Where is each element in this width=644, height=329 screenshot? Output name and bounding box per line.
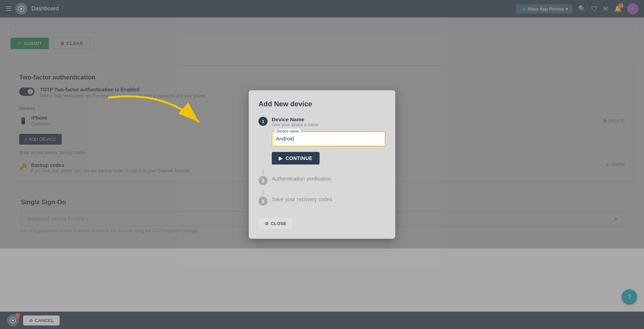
step-2-content: Authentication verification — [272, 176, 385, 182]
step-connector-2 — [263, 191, 263, 195]
close-button[interactable]: ⊘ CLOSE — [259, 218, 293, 229]
step-3-number: 3 — [262, 199, 264, 204]
modal-backdrop: Add New device 1 Device Name Give your d… — [0, 0, 644, 329]
step-3-title: Save your recovery codes — [272, 196, 385, 202]
step-2-title: Authentication verification — [272, 176, 385, 182]
device-name-label: Device name — [275, 129, 300, 133]
step-2-number: 2 — [262, 178, 264, 183]
close-icon: ⊘ — [265, 221, 269, 226]
step-2-circle: 2 — [259, 176, 268, 185]
step-3-content: Save your recovery codes — [272, 196, 385, 202]
step-1-circle: 1 — [259, 117, 268, 126]
modal-title: Add New device — [259, 100, 385, 108]
step-1-subtitle: Give your device a name — [272, 122, 385, 127]
add-device-modal: Add New device 1 Device Name Give your d… — [249, 90, 395, 239]
step-3-circle: 3 — [259, 197, 268, 206]
step-1-title: Device Name — [272, 116, 385, 122]
step-1-content: Device Name Give your device a name Devi… — [272, 116, 385, 164]
step-3: 3 Save your recovery codes — [259, 196, 385, 206]
play-icon: ▶ — [279, 155, 283, 161]
device-name-field: Device name — [272, 131, 385, 146]
step-1-number: 1 — [262, 119, 264, 124]
arrow-annotation — [101, 91, 213, 146]
step-2: 2 Authentication verification — [259, 176, 385, 185]
step-connector-1 — [263, 170, 263, 174]
continue-button[interactable]: ▶ CONTINUE — [272, 152, 320, 164]
device-name-input[interactable] — [276, 134, 381, 143]
close-label: CLOSE — [271, 221, 286, 226]
step-1: 1 Device Name Give your device a name De… — [259, 116, 385, 164]
continue-label: CONTINUE — [286, 155, 313, 161]
